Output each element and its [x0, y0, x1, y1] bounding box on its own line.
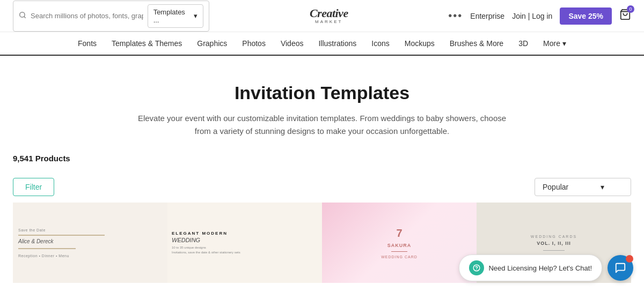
hero-section: Invitation Templates Elevate your event … [0, 56, 644, 154]
sort-dropdown[interactable]: Popular ▾ [535, 178, 631, 196]
filter-section: Filter Popular ▾ [0, 171, 644, 203]
nav-videos[interactable]: Videos [281, 39, 304, 48]
header-actions: ••• Enterprise Join | Log in Save 25% 0 [448, 8, 631, 25]
nav-templates-themes[interactable]: Templates & Themes [112, 39, 182, 48]
hero-description: Elevate your event with our customizable… [129, 112, 515, 138]
logo-text: Creative [310, 6, 348, 20]
logo-sub: MARKET [310, 19, 348, 24]
chat-help-icon [469, 260, 484, 275]
wedding-subtitle: VOL. I, II, III [537, 241, 571, 246]
card-title: ELEGANT MODERN [172, 231, 318, 236]
cart-icon[interactable]: 0 [619, 9, 631, 23]
nav-fonts[interactable]: Fonts [78, 39, 97, 48]
svg-line-1 [24, 16, 26, 18]
sort-label: Popular [543, 183, 568, 191]
search-input[interactable] [31, 12, 143, 20]
search-icon [19, 11, 26, 21]
nav-graphics[interactable]: Graphics [197, 39, 227, 48]
logo[interactable]: Creative MARKET [216, 8, 442, 24]
auth-links: Join | Log in [512, 12, 552, 20]
products-count: 9,541 Products [13, 154, 70, 163]
cart-badge: 0 [627, 5, 634, 13]
nav-photos[interactable]: Photos [242, 39, 266, 48]
nav-mockups[interactable]: Mockups [405, 39, 435, 48]
card-subtitle: WEDDING [172, 237, 318, 243]
nav-brushes-more[interactable]: Brushes & More [450, 39, 503, 48]
chat-notification-badge [626, 255, 633, 263]
chevron-down-icon: ▾ [194, 12, 197, 20]
chat-widget: Need Licensing Help? Let's Chat! [459, 254, 633, 281]
chat-bubble[interactable]: Need Licensing Help? Let's Chat! [459, 254, 602, 281]
product-card[interactable]: Save the Date Alice & Dereck Reception •… [13, 203, 167, 283]
sakura-number: 7 [396, 227, 402, 239]
save-button[interactable]: Save 25% [560, 8, 612, 25]
filter-button[interactable]: Filter [13, 178, 54, 196]
product-card[interactable]: 7 SAKURA WEDDING CARD [322, 203, 477, 283]
more-dots-button[interactable]: ••• [448, 10, 463, 22]
filter-bar: 9,541 Products [0, 154, 644, 163]
sakura-title: SAKURA [387, 243, 412, 248]
chat-bubble-text: Need Licensing Help? Let's Chat! [488, 264, 592, 272]
nav-more[interactable]: More ▾ [543, 39, 566, 48]
login-link[interactable]: Log in [532, 12, 552, 20]
page-title: Invitation Templates [13, 83, 631, 103]
enterprise-link[interactable]: Enterprise [470, 12, 504, 20]
wedding-title: WEDDING CARDS [531, 235, 577, 238]
chevron-down-icon: ▾ [562, 39, 566, 48]
join-link[interactable]: Join [512, 12, 526, 20]
search-category-dropdown[interactable]: Templates ... ▾ [148, 4, 204, 28]
nav-icons[interactable]: Icons [371, 39, 389, 48]
product-card[interactable]: ELEGANT MODERN WEDDING 10 to 35 unique d… [167, 203, 322, 283]
nav-illustrations[interactable]: Illustrations [318, 39, 356, 48]
chat-open-button[interactable] [608, 255, 633, 281]
card-desc: 10 to 35 unique designsInvitations, save… [172, 245, 318, 254]
nav-3d[interactable]: 3D [518, 39, 528, 48]
main-nav: Fonts Templates & Themes Graphics Photos… [0, 32, 644, 56]
sort-chevron-icon: ▾ [601, 183, 604, 191]
header: Templates ... ▾ Creative MARKET ••• Ente… [0, 0, 644, 32]
search-bar[interactable]: Templates ... ▾ [13, 1, 209, 32]
